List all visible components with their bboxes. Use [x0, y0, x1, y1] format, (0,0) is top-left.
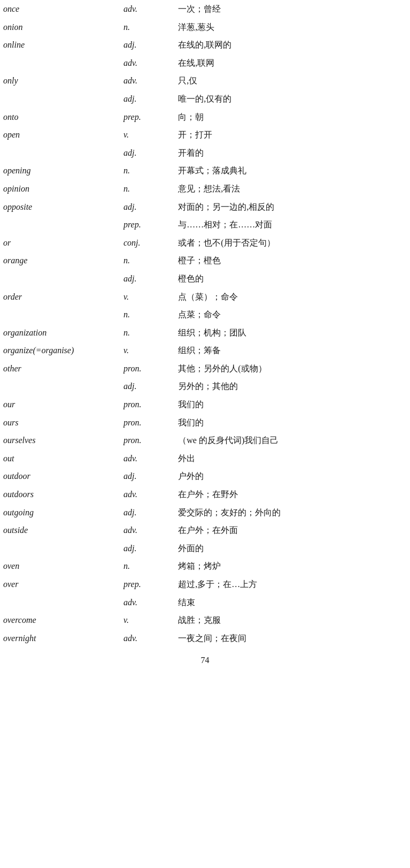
def-cell: 一夜之间；在夜间 [175, 629, 410, 648]
word-cell: opposite [0, 198, 120, 216]
pos-cell: adv. [120, 629, 175, 648]
def-cell: 点（菜）；命令 [175, 288, 410, 306]
def-cell: 超过,多于；在…上方 [175, 575, 410, 593]
table-row: oppositeadj.对面的；另一边的,相反的 [0, 198, 410, 216]
word-cell: oven [0, 557, 120, 575]
table-row: organizationn.组织；机构；团队 [0, 324, 410, 342]
page-number: 74 [0, 647, 410, 671]
pos-cell: pron. [120, 360, 175, 378]
def-cell: 洋葱,葱头 [175, 18, 410, 36]
word-cell: overcome [0, 611, 120, 629]
def-cell: 或者；也不(用于否定句） [175, 234, 410, 252]
word-cell: only [0, 72, 120, 90]
table-row: outdooradj.户外的 [0, 467, 410, 485]
pos-cell: adj. [120, 539, 175, 558]
table-row: openv.开；打开 [0, 126, 410, 144]
pos-cell: n. [120, 18, 175, 36]
word-cell [0, 306, 120, 324]
word-cell: onion [0, 18, 120, 36]
def-cell: 组织；筹备 [175, 341, 410, 360]
table-row: ourspron.我们的 [0, 414, 410, 432]
word-cell: open [0, 126, 120, 144]
pos-cell: pron. [120, 431, 175, 450]
pos-cell: adj. [120, 270, 175, 288]
def-cell: 与……相对；在……对面 [175, 216, 410, 234]
def-cell: 开；打开 [175, 126, 410, 144]
pos-cell: v. [120, 288, 175, 306]
table-row: otherpron.其他；另外的人(或物） [0, 360, 410, 378]
def-cell: 点菜；命令 [175, 306, 410, 324]
def-cell: 另外的；其他的 [175, 377, 410, 395]
table-row: onlyadv.只,仅 [0, 72, 410, 90]
word-cell: online [0, 36, 120, 54]
word-cell: orange [0, 252, 120, 270]
word-cell: opening [0, 162, 120, 180]
table-row: adj.开着的 [0, 144, 410, 162]
word-cell [0, 539, 120, 558]
def-cell: 一次；曾经 [175, 0, 410, 18]
dictionary-table: onceadv.一次；曾经onionn.洋葱,葱头onlineadj.在线的,联… [0, 0, 410, 647]
pos-cell: prep. [120, 575, 175, 593]
def-cell: 只,仅 [175, 72, 410, 90]
word-cell: or [0, 234, 120, 252]
word-cell: ourselves [0, 431, 120, 450]
def-cell: 橙色的 [175, 270, 410, 288]
pos-cell: n. [120, 180, 175, 198]
word-cell: organization [0, 324, 120, 342]
table-row: n.点菜；命令 [0, 306, 410, 324]
table-row: organize(=organise)v.组织；筹备 [0, 341, 410, 360]
table-row: outgoingadj.爱交际的；友好的；外向的 [0, 504, 410, 522]
pos-cell: adv. [120, 450, 175, 468]
word-cell: outdoors [0, 485, 120, 504]
word-cell: organize(=organise) [0, 341, 120, 360]
word-cell: once [0, 0, 120, 18]
def-cell: 组织；机构；团队 [175, 324, 410, 342]
def-cell: 橙子；橙色 [175, 252, 410, 270]
pos-cell: adv. [120, 593, 175, 612]
word-cell: other [0, 360, 120, 378]
def-cell: 对面的；另一边的,相反的 [175, 198, 410, 216]
word-cell: order [0, 288, 120, 306]
pos-cell: adv. [120, 521, 175, 539]
table-row: overcomev.战胜；克服 [0, 611, 410, 629]
def-cell: 在线的,联网的 [175, 36, 410, 54]
def-cell: 在户外；在野外 [175, 485, 410, 504]
def-cell: 开幕式；落成典礼 [175, 162, 410, 180]
pos-cell: conj. [120, 234, 175, 252]
pos-cell: adv. [120, 72, 175, 90]
word-cell [0, 270, 120, 288]
def-cell: 向；朝 [175, 108, 410, 126]
pos-cell: adv. [120, 54, 175, 72]
pos-cell: n. [120, 306, 175, 324]
def-cell: 其他；另外的人(或物） [175, 360, 410, 378]
table-row: outdoorsadv.在户外；在野外 [0, 485, 410, 504]
table-row: ovenn.烤箱；烤炉 [0, 557, 410, 575]
word-cell: our [0, 395, 120, 414]
table-row: opinionn.意见；想法,看法 [0, 180, 410, 198]
pos-cell: adj. [120, 144, 175, 162]
pos-cell: prep. [120, 108, 175, 126]
def-cell: 开着的 [175, 144, 410, 162]
table-row: ontoprep.向；朝 [0, 108, 410, 126]
word-cell [0, 54, 120, 72]
pos-cell: adj. [120, 198, 175, 216]
table-row: adj.另外的；其他的 [0, 377, 410, 395]
table-row: ourselvespron.（we 的反身代词)我们自己 [0, 431, 410, 450]
table-row: onceadv.一次；曾经 [0, 0, 410, 18]
def-cell: 我们的 [175, 414, 410, 432]
pos-cell: adj. [120, 36, 175, 54]
def-cell: 外面的 [175, 539, 410, 558]
pos-cell: n. [120, 162, 175, 180]
def-cell: 结束 [175, 593, 410, 612]
word-cell: over [0, 575, 120, 593]
pos-cell: pron. [120, 414, 175, 432]
def-cell: 外出 [175, 450, 410, 468]
word-cell [0, 90, 120, 108]
word-cell [0, 144, 120, 162]
def-cell: 我们的 [175, 395, 410, 414]
pos-cell: v. [120, 611, 175, 629]
def-cell: 唯一的,仅有的 [175, 90, 410, 108]
table-row: prep.与……相对；在……对面 [0, 216, 410, 234]
table-row: adj.橙色的 [0, 270, 410, 288]
def-cell: 在线,联网 [175, 54, 410, 72]
